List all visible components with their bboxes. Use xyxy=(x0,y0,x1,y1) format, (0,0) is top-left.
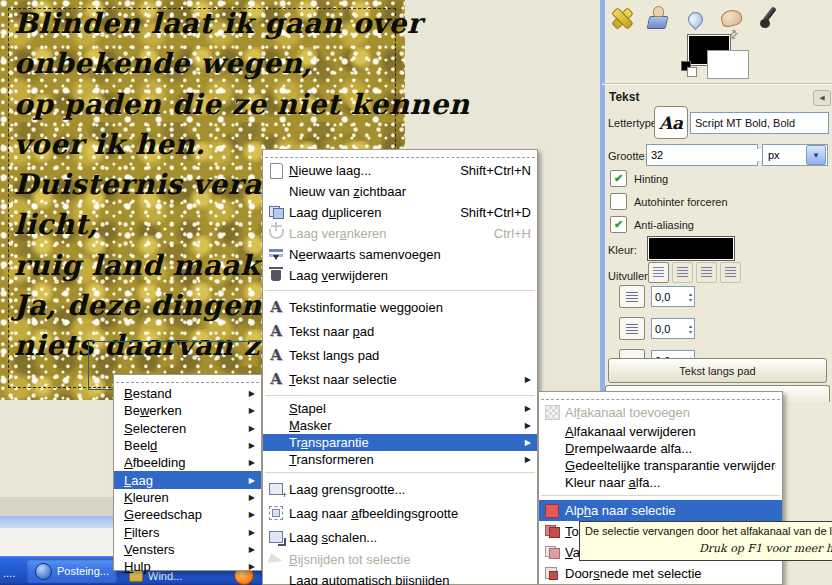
checkbox-row-autohinter-forceren[interactable]: Autohinter forceren xyxy=(610,193,820,210)
menu-item-nieuwe-laag[interactable]: Nieuwe laag...Shift+Ctrl+N xyxy=(263,160,537,181)
menu-item-stapel[interactable]: Stapel▶ xyxy=(263,400,537,417)
size-unit-dropdown[interactable]: px ▼ xyxy=(762,144,828,166)
tearoff-line[interactable] xyxy=(265,151,535,158)
menu-item-hulp[interactable]: Hulp▶ xyxy=(114,558,261,575)
menu-item-vensters[interactable]: Vensters▶ xyxy=(114,541,261,558)
indent-input[interactable] xyxy=(652,291,689,303)
line-spacing-icon[interactable] xyxy=(619,317,645,340)
submenu-arrow-icon: ▶ xyxy=(525,421,531,430)
menu-item-afbeelding[interactable]: Afbeelding▶ xyxy=(114,454,261,471)
menu-item-selecteren[interactable]: Selecteren▶ xyxy=(114,420,261,437)
duplicate-icon xyxy=(263,202,289,223)
text-option-checkboxes: ✔HintingAutohinter forceren✔Anti-aliasin… xyxy=(610,170,820,233)
menu-item-label: Drempelwaarde alfa... xyxy=(565,441,776,456)
justify-center-button[interactable] xyxy=(672,262,693,283)
menu-item-transparantie[interactable]: Transparantie▶ xyxy=(263,434,537,451)
menu-item-tekstinformatie-weggooien[interactable]: Tekstinformatie weggooien xyxy=(263,295,537,319)
menu-item-laag-schalen[interactable]: Laag schalen... xyxy=(263,525,537,549)
menu-item-gereedschap[interactable]: Gereedschap▶ xyxy=(114,506,261,523)
checkbox-row-hinting[interactable]: ✔Hinting xyxy=(610,170,820,187)
taskbar-button-fragment[interactable]: .... xyxy=(3,567,15,579)
menu-item-bestand[interactable]: Bestand▶ xyxy=(114,385,261,402)
menu-item-kleuren[interactable]: Kleuren▶ xyxy=(114,489,261,506)
checkbox-row-anti-aliasing[interactable]: ✔Anti-aliasing xyxy=(610,216,820,233)
checked-checkbox-icon[interactable]: ✔ xyxy=(610,216,627,233)
menu-item-icon-spacer xyxy=(114,506,124,523)
text-color-swatch[interactable] xyxy=(648,237,734,260)
sel-subtract-icon xyxy=(539,542,565,563)
text-a-icon xyxy=(263,367,289,391)
menu-item-laag-verwijderen[interactable]: Laag verwijderen xyxy=(263,265,537,286)
font-picker-button[interactable]: Aa xyxy=(654,106,688,139)
line-spacing-spinner[interactable]: ▴▾ xyxy=(689,323,694,335)
submenu-arrow-icon: ▶ xyxy=(249,441,255,450)
blur-tool-icon[interactable] xyxy=(682,5,708,31)
menu-item-gedeeltelijke-transparantie-verwijderen[interactable]: Gedeeltelijke transparantie verwijderen xyxy=(539,457,782,474)
menu-item-label: Afbeelding xyxy=(124,455,239,470)
justify-left-button[interactable] xyxy=(648,262,669,283)
menu-item-laag-automatisch-bijsnijden[interactable]: Laag automatisch bijsnijden xyxy=(263,570,537,585)
menu-item-label: Vensters xyxy=(124,542,239,557)
indent-icon[interactable] xyxy=(619,285,645,308)
menu-item-laag[interactable]: Laag▶ xyxy=(114,471,261,488)
font-name-input[interactable] xyxy=(690,112,829,134)
submenu-arrow-icon: ▶ xyxy=(249,458,255,467)
justify-fill-button[interactable] xyxy=(720,262,741,283)
menu-item-nieuw-van-zichtbaar[interactable]: Nieuw van zichtbaar xyxy=(263,181,537,202)
justify-right-button[interactable] xyxy=(696,262,717,283)
menu-item-laag-grensgrootte[interactable]: Laag grensgrootte... xyxy=(263,477,537,501)
menu-item-tekst-naar-pad[interactable]: Tekst naar pad xyxy=(263,319,537,343)
menu-item-drempelwaarde-alfa[interactable]: Drempelwaarde alfa... xyxy=(539,440,782,457)
menu-item-label: Tekst naar selectie xyxy=(289,372,515,387)
menu-item-label: Bijsnijden tot selectie xyxy=(289,552,531,567)
menu-item-label: Bewerken xyxy=(124,403,239,418)
indent-field[interactable]: ▴▾ xyxy=(651,286,695,307)
menu-item-label: Stapel xyxy=(289,401,515,416)
menu-item-label: Doorsnede met selectie xyxy=(565,566,776,581)
menu-item-laag-verankeren[interactable]: Laag verankerenCtrl+H xyxy=(263,223,537,244)
menu-item-icon-spacer xyxy=(263,451,289,468)
menu-item-masker[interactable]: Masker▶ xyxy=(263,417,537,434)
text-along-path-button[interactable]: Tekst langs pad xyxy=(608,358,827,383)
menu-item-transformeren[interactable]: Transformeren▶ xyxy=(263,451,537,468)
menu-item-label: Gereedschap xyxy=(124,507,239,522)
justify-right-icon xyxy=(701,267,712,278)
tearoff-line[interactable] xyxy=(541,393,780,400)
collapse-panel-button[interactable]: ◀ xyxy=(813,90,831,106)
menu-item-bewerken[interactable]: Bewerken▶ xyxy=(114,402,261,419)
clone-tool-icon[interactable] xyxy=(645,5,671,31)
menu-item-alpha-naar-selectie[interactable]: Alpha naar selectie xyxy=(539,500,782,521)
checked-checkbox-icon[interactable]: ✔ xyxy=(610,170,627,187)
menu-item-laag-dupliceren[interactable]: Laag duplicerenShift+Ctrl+D xyxy=(263,202,537,223)
menu-item-label: Tekstinformatie weggooien xyxy=(289,300,531,315)
menu-item-neerwaarts-samenvoegen[interactable]: Neerwaarts samenvoegen xyxy=(263,244,537,265)
menu-item-beeld[interactable]: Beeld▶ xyxy=(114,437,261,454)
tearoff-line[interactable] xyxy=(116,376,259,383)
menu-item-filters[interactable]: Filters▶ xyxy=(114,523,261,540)
chevron-down-icon[interactable]: ▼ xyxy=(806,145,826,165)
menu-item-kleur-naar-alfa[interactable]: Kleur naar alfa... xyxy=(539,474,782,491)
submenu-arrow-icon: ▶ xyxy=(249,562,255,571)
font-size-field[interactable]: ▴▾ xyxy=(646,144,758,166)
menu-item-alfakanaal-toevoegen[interactable]: Alfakanaal toevoegen xyxy=(539,402,782,423)
indent-spinner[interactable]: ▴▾ xyxy=(689,291,694,303)
menu-item-alfakanaal-verwijderen[interactable]: Alfakanaal verwijderen xyxy=(539,423,782,440)
ink-tool-icon[interactable] xyxy=(756,5,782,31)
checkbox-label: Autohinter forceren xyxy=(634,196,728,208)
sel-intersect-icon xyxy=(539,563,565,584)
heal-tool-icon[interactable] xyxy=(608,5,634,31)
background-color-swatch[interactable] xyxy=(707,50,749,79)
submenu-arrow-icon: ▶ xyxy=(249,493,255,502)
tooltip: De selectie vervangen door het alfakanaa… xyxy=(579,521,832,561)
menu-item-bijsnijden-tot-selectie[interactable]: Bijsnijden tot selectie xyxy=(263,549,537,570)
line-spacing-field[interactable]: ▴▾ xyxy=(651,318,695,339)
menu-item-shortcut: Shift+Ctrl+D xyxy=(460,205,531,220)
taskbar-button-mail[interactable]: Posteing... xyxy=(27,559,117,583)
line-spacing-input[interactable] xyxy=(652,323,689,335)
size-unit-value: px xyxy=(768,149,780,161)
menu-item-doorsnede-met-selectie[interactable]: Doorsnede met selectie xyxy=(539,563,782,584)
menu-item-tekst-langs-pad[interactable]: Tekst langs pad xyxy=(263,343,537,367)
menu-item-laag-naar-afbeeldingsgrootte[interactable]: Laag naar afbeeldingsgrootte xyxy=(263,501,537,525)
menu-item-tekst-naar-selectie[interactable]: Tekst naar selectie▶ xyxy=(263,367,537,391)
unchecked-checkbox-icon[interactable] xyxy=(610,193,627,210)
